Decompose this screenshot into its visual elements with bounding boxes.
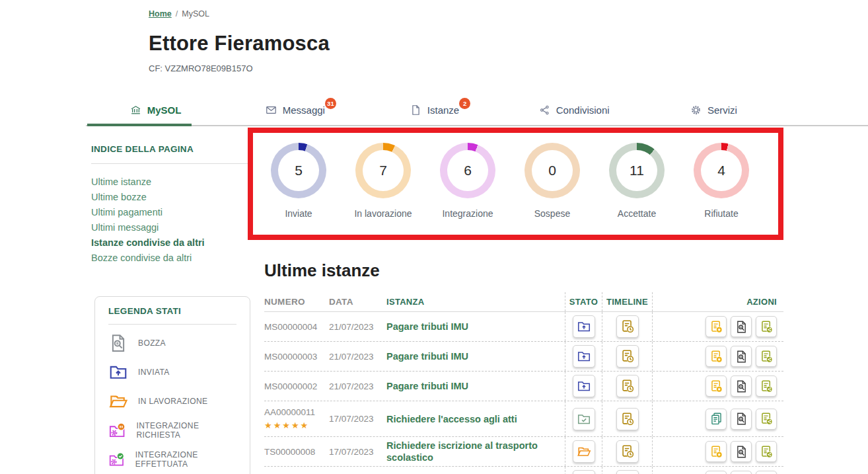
document-star-icon xyxy=(709,445,723,459)
document-icon xyxy=(410,104,421,116)
tab-messaggi[interactable]: Messaggi31 xyxy=(225,95,365,125)
gear-icon xyxy=(690,104,702,116)
legend-item-label: BOZZA xyxy=(138,338,166,348)
status-button[interactable] xyxy=(573,470,595,474)
donut-chart: 5 xyxy=(271,143,326,198)
timeline-button[interactable] xyxy=(616,470,639,474)
breadcrumb-current: MySOL xyxy=(182,9,209,19)
donut-chart: 0 xyxy=(524,143,580,198)
folder-upload-icon xyxy=(577,349,591,364)
donut-chart: 7 xyxy=(355,143,411,198)
document-search-icon xyxy=(735,412,748,426)
rate-action-button[interactable] xyxy=(705,441,727,462)
status-legend-card: LEGENDA STATI BOZZA INVIATA IN LAVORAZIO… xyxy=(94,296,250,474)
rate-action-button[interactable] xyxy=(705,316,727,337)
istanza-link[interactable]: Richiedere l'accesso agli atti xyxy=(386,414,517,424)
legend-item-in-lavorazione: IN LAVORAZIONE xyxy=(108,391,236,411)
donut-chart: 11 xyxy=(609,143,665,198)
status-inviata-button[interactable] xyxy=(573,375,595,397)
timeline-button[interactable] xyxy=(616,408,639,430)
folder-gear-check-icon xyxy=(108,450,126,469)
istanza-number: MS00000004 xyxy=(264,322,329,332)
tab-label: MySOL xyxy=(147,104,182,116)
tab-istanze[interactable]: Istanze2 xyxy=(365,95,504,125)
detail-action-button[interactable] xyxy=(731,471,752,474)
timeline-button[interactable] xyxy=(616,315,639,338)
sidebar-item-istanze-condivise[interactable]: Istanze condivise da altri xyxy=(91,235,253,251)
istanza-date: 17/07/2023 xyxy=(329,414,386,424)
donut-value: 6 xyxy=(440,143,495,198)
donut-value: 4 xyxy=(694,143,749,198)
istanza-date: 17/07/2023 xyxy=(329,447,386,457)
messaggi-count-badge: 31 xyxy=(325,98,336,109)
rate-action-button[interactable] xyxy=(705,346,727,367)
status-inviata-button[interactable] xyxy=(573,315,595,338)
detail-action-button[interactable] xyxy=(731,409,752,430)
istanza-link[interactable]: Pagare tributi IMU xyxy=(386,381,468,391)
sidebar-item-ultime-istanze[interactable]: Ultime istanze xyxy=(91,175,253,190)
draft-document-search-icon xyxy=(108,333,128,353)
donut-value: 7 xyxy=(355,143,411,198)
document-star-icon xyxy=(709,320,723,334)
bank-icon xyxy=(130,104,141,116)
page-index: INDICE DELLA PAGINA Ultime istanze Ultim… xyxy=(91,144,253,266)
detail-action-button[interactable] xyxy=(731,346,752,367)
legend-item-label: INVIATA xyxy=(138,368,170,377)
share-action-button[interactable] xyxy=(756,409,777,430)
table-row: TS00000008 17/07/2023 Richiedere iscrizi… xyxy=(264,437,783,467)
col-header-stato: STATO xyxy=(565,292,602,311)
rate-action-button[interactable] xyxy=(705,471,727,474)
share-action-button[interactable] xyxy=(756,441,777,462)
col-header-data: DATA xyxy=(329,297,386,307)
share-action-button[interactable] xyxy=(756,316,777,337)
detail-action-button[interactable] xyxy=(731,441,752,462)
timeline-button[interactable] xyxy=(616,440,639,463)
folder-check-icon xyxy=(577,412,591,426)
timeline-button[interactable] xyxy=(616,345,639,368)
donut-value: 5 xyxy=(271,143,326,198)
tab-servizi[interactable]: Servizi xyxy=(644,95,783,125)
section-title-ultime-istanze: Ultime istanze xyxy=(264,260,380,281)
duplicate-action-button[interactable] xyxy=(705,409,727,430)
share-action-button[interactable] xyxy=(756,471,777,474)
istanza-link[interactable]: Richiedere iscrizione al trasporto scola… xyxy=(386,440,538,463)
tab-label: Servizi xyxy=(707,104,737,116)
sidebar-item-bozze-condivise[interactable]: Bozze condivise da altri xyxy=(91,251,253,266)
tab-label: Istanze2 xyxy=(427,104,459,116)
istanza-link[interactable]: Pagare tributi IMU xyxy=(386,351,468,362)
donut-chart: 4 xyxy=(694,143,749,198)
rate-action-button[interactable] xyxy=(705,375,727,397)
legend-item-inviata: INVIATA xyxy=(108,362,236,382)
donut-value: 11 xyxy=(609,143,665,198)
detail-action-button[interactable] xyxy=(731,316,752,337)
page-title: Ettore Fieramosca xyxy=(149,32,330,56)
status-accettata-button[interactable] xyxy=(573,408,595,430)
istanza-number: TS00000008 xyxy=(264,447,329,457)
col-header-numero: NUMERO xyxy=(264,297,329,307)
detail-action-button[interactable] xyxy=(731,375,752,397)
sidebar-item-ultimi-pagamenti[interactable]: Ultimi pagamenti xyxy=(91,205,253,220)
document-share-icon xyxy=(760,445,774,459)
folder-open-icon xyxy=(577,444,591,459)
document-search-icon xyxy=(735,445,748,459)
ultime-istanze-table: NUMERO DATA ISTANZA STATO TIMELINE AZION… xyxy=(264,292,783,474)
breadcrumb-home-link[interactable]: Home xyxy=(149,9,172,19)
share-action-button[interactable] xyxy=(756,375,777,397)
tabbar-divider xyxy=(86,125,868,126)
donut-label: Sospese xyxy=(534,208,570,219)
istanza-number: AA00000011★★★★★ xyxy=(264,407,329,430)
tab-mysol[interactable]: MySOL xyxy=(86,95,225,125)
folder-gear-pause-icon xyxy=(108,420,127,440)
tab-condivisioni[interactable]: Condivisioni xyxy=(505,95,644,125)
donut-in-lavorazione: 7 In lavorazione xyxy=(355,143,411,235)
donut-sospese: 0 Sospese xyxy=(524,143,580,235)
istanza-link[interactable]: Pagare tributi IMU xyxy=(386,321,468,332)
page-index-title: INDICE DELLA PAGINA xyxy=(91,144,253,154)
timeline-button[interactable] xyxy=(616,375,639,397)
sidebar-item-ultimi-messaggi[interactable]: Ultimi messaggi xyxy=(91,220,253,235)
status-in-lavorazione-button[interactable] xyxy=(573,440,595,463)
status-inviata-button[interactable] xyxy=(573,345,595,368)
sidebar-item-ultime-bozze[interactable]: Ultime bozze xyxy=(91,190,253,205)
share-action-button[interactable] xyxy=(756,346,777,367)
folder-upload-icon xyxy=(577,379,591,393)
